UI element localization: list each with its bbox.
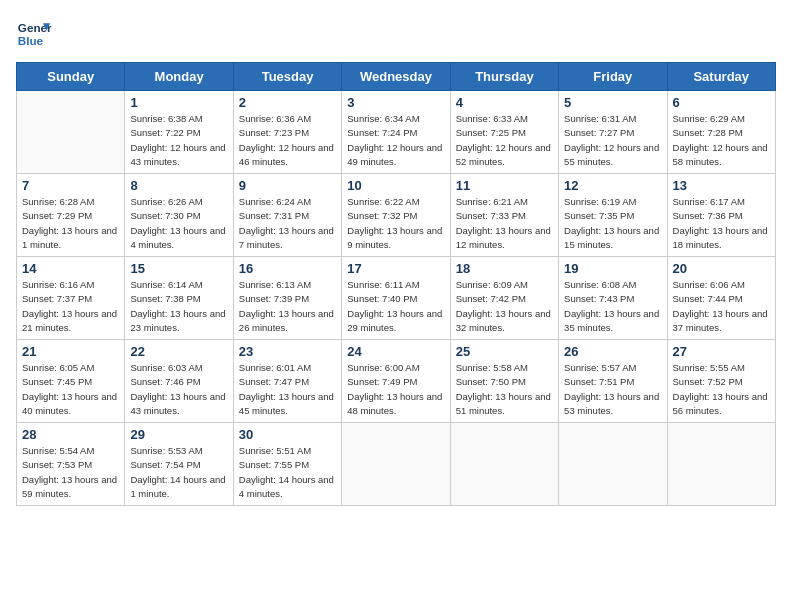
day-info: Sunrise: 5:57 AMSunset: 7:51 PMDaylight:… — [564, 361, 661, 418]
calendar-cell: 29Sunrise: 5:53 AMSunset: 7:54 PMDayligh… — [125, 423, 233, 506]
calendar-cell: 13Sunrise: 6:17 AMSunset: 7:36 PMDayligh… — [667, 174, 775, 257]
calendar-cell: 22Sunrise: 6:03 AMSunset: 7:46 PMDayligh… — [125, 340, 233, 423]
calendar-cell: 7Sunrise: 6:28 AMSunset: 7:29 PMDaylight… — [17, 174, 125, 257]
day-info: Sunrise: 6:36 AMSunset: 7:23 PMDaylight:… — [239, 112, 336, 169]
day-info: Sunrise: 5:55 AMSunset: 7:52 PMDaylight:… — [673, 361, 770, 418]
calendar-week-1: 1Sunrise: 6:38 AMSunset: 7:22 PMDaylight… — [17, 91, 776, 174]
day-info: Sunrise: 6:16 AMSunset: 7:37 PMDaylight:… — [22, 278, 119, 335]
day-info: Sunrise: 6:31 AMSunset: 7:27 PMDaylight:… — [564, 112, 661, 169]
calendar-cell — [450, 423, 558, 506]
day-header-tuesday: Tuesday — [233, 63, 341, 91]
calendar-cell: 25Sunrise: 5:58 AMSunset: 7:50 PMDayligh… — [450, 340, 558, 423]
calendar-cell: 14Sunrise: 6:16 AMSunset: 7:37 PMDayligh… — [17, 257, 125, 340]
svg-text:Blue: Blue — [18, 34, 44, 47]
day-info: Sunrise: 6:08 AMSunset: 7:43 PMDaylight:… — [564, 278, 661, 335]
calendar-cell: 4Sunrise: 6:33 AMSunset: 7:25 PMDaylight… — [450, 91, 558, 174]
calendar-cell: 26Sunrise: 5:57 AMSunset: 7:51 PMDayligh… — [559, 340, 667, 423]
day-number: 2 — [239, 95, 336, 110]
day-number: 23 — [239, 344, 336, 359]
day-info: Sunrise: 6:29 AMSunset: 7:28 PMDaylight:… — [673, 112, 770, 169]
day-header-thursday: Thursday — [450, 63, 558, 91]
day-number: 16 — [239, 261, 336, 276]
day-info: Sunrise: 6:28 AMSunset: 7:29 PMDaylight:… — [22, 195, 119, 252]
day-number: 12 — [564, 178, 661, 193]
day-number: 21 — [22, 344, 119, 359]
calendar-cell: 24Sunrise: 6:00 AMSunset: 7:49 PMDayligh… — [342, 340, 450, 423]
day-number: 9 — [239, 178, 336, 193]
day-info: Sunrise: 6:17 AMSunset: 7:36 PMDaylight:… — [673, 195, 770, 252]
day-info: Sunrise: 6:03 AMSunset: 7:46 PMDaylight:… — [130, 361, 227, 418]
calendar-cell: 8Sunrise: 6:26 AMSunset: 7:30 PMDaylight… — [125, 174, 233, 257]
day-number: 11 — [456, 178, 553, 193]
day-number: 20 — [673, 261, 770, 276]
calendar-table: SundayMondayTuesdayWednesdayThursdayFrid… — [16, 62, 776, 506]
day-info: Sunrise: 6:01 AMSunset: 7:47 PMDaylight:… — [239, 361, 336, 418]
day-info: Sunrise: 5:53 AMSunset: 7:54 PMDaylight:… — [130, 444, 227, 501]
day-number: 22 — [130, 344, 227, 359]
day-info: Sunrise: 6:38 AMSunset: 7:22 PMDaylight:… — [130, 112, 227, 169]
day-number: 30 — [239, 427, 336, 442]
calendar-week-3: 14Sunrise: 6:16 AMSunset: 7:37 PMDayligh… — [17, 257, 776, 340]
day-info: Sunrise: 6:06 AMSunset: 7:44 PMDaylight:… — [673, 278, 770, 335]
day-info: Sunrise: 6:22 AMSunset: 7:32 PMDaylight:… — [347, 195, 444, 252]
calendar-cell: 23Sunrise: 6:01 AMSunset: 7:47 PMDayligh… — [233, 340, 341, 423]
calendar-cell: 19Sunrise: 6:08 AMSunset: 7:43 PMDayligh… — [559, 257, 667, 340]
calendar-cell: 5Sunrise: 6:31 AMSunset: 7:27 PMDaylight… — [559, 91, 667, 174]
day-number: 26 — [564, 344, 661, 359]
day-number: 6 — [673, 95, 770, 110]
calendar-cell — [17, 91, 125, 174]
day-number: 13 — [673, 178, 770, 193]
day-header-wednesday: Wednesday — [342, 63, 450, 91]
day-header-saturday: Saturday — [667, 63, 775, 91]
day-number: 18 — [456, 261, 553, 276]
calendar-cell: 3Sunrise: 6:34 AMSunset: 7:24 PMDaylight… — [342, 91, 450, 174]
day-number: 14 — [22, 261, 119, 276]
calendar-cell: 11Sunrise: 6:21 AMSunset: 7:33 PMDayligh… — [450, 174, 558, 257]
day-number: 7 — [22, 178, 119, 193]
calendar-cell: 2Sunrise: 6:36 AMSunset: 7:23 PMDaylight… — [233, 91, 341, 174]
day-info: Sunrise: 6:05 AMSunset: 7:45 PMDaylight:… — [22, 361, 119, 418]
day-number: 5 — [564, 95, 661, 110]
day-info: Sunrise: 6:24 AMSunset: 7:31 PMDaylight:… — [239, 195, 336, 252]
day-info: Sunrise: 6:09 AMSunset: 7:42 PMDaylight:… — [456, 278, 553, 335]
day-number: 8 — [130, 178, 227, 193]
page-header: General Blue — [16, 16, 776, 52]
day-info: Sunrise: 6:26 AMSunset: 7:30 PMDaylight:… — [130, 195, 227, 252]
day-number: 4 — [456, 95, 553, 110]
calendar-cell: 28Sunrise: 5:54 AMSunset: 7:53 PMDayligh… — [17, 423, 125, 506]
calendar-cell: 12Sunrise: 6:19 AMSunset: 7:35 PMDayligh… — [559, 174, 667, 257]
calendar-week-5: 28Sunrise: 5:54 AMSunset: 7:53 PMDayligh… — [17, 423, 776, 506]
logo-icon: General Blue — [16, 16, 52, 52]
day-header-sunday: Sunday — [17, 63, 125, 91]
day-info: Sunrise: 6:33 AMSunset: 7:25 PMDaylight:… — [456, 112, 553, 169]
day-number: 24 — [347, 344, 444, 359]
day-number: 15 — [130, 261, 227, 276]
day-info: Sunrise: 6:34 AMSunset: 7:24 PMDaylight:… — [347, 112, 444, 169]
calendar-cell: 16Sunrise: 6:13 AMSunset: 7:39 PMDayligh… — [233, 257, 341, 340]
day-number: 28 — [22, 427, 119, 442]
day-info: Sunrise: 5:54 AMSunset: 7:53 PMDaylight:… — [22, 444, 119, 501]
calendar-cell: 6Sunrise: 6:29 AMSunset: 7:28 PMDaylight… — [667, 91, 775, 174]
day-number: 3 — [347, 95, 444, 110]
day-info: Sunrise: 6:00 AMSunset: 7:49 PMDaylight:… — [347, 361, 444, 418]
day-info: Sunrise: 6:14 AMSunset: 7:38 PMDaylight:… — [130, 278, 227, 335]
day-number: 25 — [456, 344, 553, 359]
day-number: 27 — [673, 344, 770, 359]
calendar-cell: 21Sunrise: 6:05 AMSunset: 7:45 PMDayligh… — [17, 340, 125, 423]
day-info: Sunrise: 5:58 AMSunset: 7:50 PMDaylight:… — [456, 361, 553, 418]
calendar-cell — [667, 423, 775, 506]
calendar-header-row: SundayMondayTuesdayWednesdayThursdayFrid… — [17, 63, 776, 91]
calendar-cell — [342, 423, 450, 506]
calendar-cell: 9Sunrise: 6:24 AMSunset: 7:31 PMDaylight… — [233, 174, 341, 257]
day-info: Sunrise: 5:51 AMSunset: 7:55 PMDaylight:… — [239, 444, 336, 501]
day-info: Sunrise: 6:11 AMSunset: 7:40 PMDaylight:… — [347, 278, 444, 335]
calendar-cell: 10Sunrise: 6:22 AMSunset: 7:32 PMDayligh… — [342, 174, 450, 257]
logo: General Blue — [16, 16, 52, 52]
day-info: Sunrise: 6:21 AMSunset: 7:33 PMDaylight:… — [456, 195, 553, 252]
day-number: 19 — [564, 261, 661, 276]
day-number: 10 — [347, 178, 444, 193]
calendar-cell: 17Sunrise: 6:11 AMSunset: 7:40 PMDayligh… — [342, 257, 450, 340]
calendar-cell: 20Sunrise: 6:06 AMSunset: 7:44 PMDayligh… — [667, 257, 775, 340]
day-header-monday: Monday — [125, 63, 233, 91]
day-info: Sunrise: 6:19 AMSunset: 7:35 PMDaylight:… — [564, 195, 661, 252]
